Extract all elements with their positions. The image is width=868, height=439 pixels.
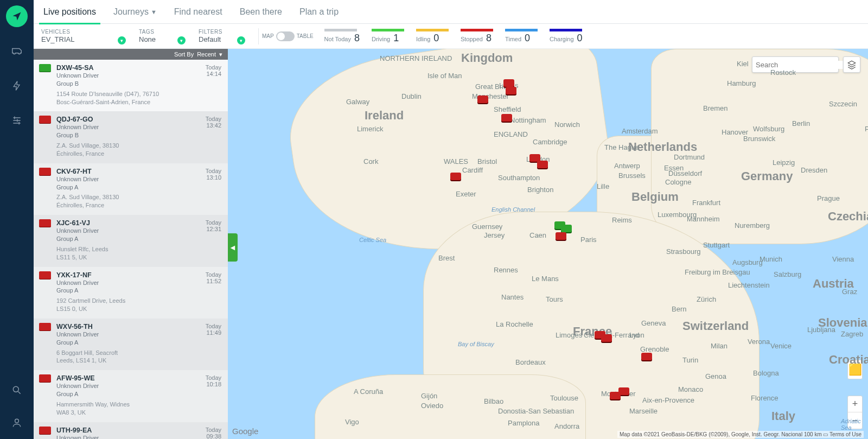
map-search[interactable] [752,56,839,73]
status-charging[interactable]: Charging 0 [550,29,583,44]
status-label: Idling [416,36,430,42]
tab-been-there[interactable]: Been there [240,0,282,24]
vehicle-reg: QDJ-67-GO [56,116,221,123]
vehicle-driver: Unknown Driver [56,175,221,183]
vehicle-group: Group A [56,235,221,243]
vehicle-marker[interactable] [506,87,516,94]
vehicle-row[interactable]: XJC-61-VJ Unknown Driver Group A Hunslet… [34,215,228,266]
vehicle-time: Today13:42 [206,116,221,129]
vehicle-row[interactable]: WXV-56-TH Unknown Driver Group A 6 Bogga… [34,319,228,370]
vehicle-marker[interactable] [601,334,612,342]
svg-point-1 [15,419,19,423]
map-label: Zagreb [841,330,863,338]
nav-search-icon[interactable] [6,379,28,401]
vehicle-driver: Unknown Driver [56,382,221,390]
vehicle-row[interactable]: YXK-17-NF Unknown Driver Group A 192 Car… [34,267,228,319]
vehicle-row[interactable]: QDJ-67-GO Unknown Driver Group B Z.A. Su… [34,111,228,163]
status-label: Charging [550,36,574,42]
vehicle-reg: YXK-17-NF [56,271,221,279]
map-label: Italy [771,409,795,423]
status-legend: Not Today 8 Driving 1 Idling 0 Stopped 8… [324,29,583,44]
tab-journeys[interactable]: Journeys▼ [113,0,157,24]
map[interactable]: 🟨 + − Google Map data ©2021 GeoBasis-DE/… [228,49,868,439]
map-label: Slovenia [818,316,867,330]
vehicle-row[interactable]: DXW-45-SA Unknown Driver Group B 1154 Ro… [34,60,228,111]
zoom-control[interactable]: + − [847,396,863,429]
vehicle-marker[interactable] [501,114,512,122]
status-color-bar [505,29,538,31]
vehicle-icon [39,168,52,209]
status-color-bar [550,29,582,31]
tab-find-nearest[interactable]: Find nearest [174,0,222,24]
vehicle-marker[interactable] [641,353,652,360]
status-color-bar [324,29,357,31]
toggle-switch[interactable] [276,31,295,41]
status-label: Timed [505,36,521,42]
vehicle-driver: Unknown Driver [56,434,221,439]
vehicle-driver: Unknown Driver [56,279,221,287]
vehicle-reg: XJC-61-VJ [56,219,221,227]
vehicle-marker[interactable] [503,79,514,87]
vehicle-driver: Unknown Driver [56,72,221,80]
vehicle-marker[interactable] [477,96,488,103]
vehicle-address: Hunslet Rlfc, LeedsLS11 5, UK [56,245,221,262]
vehicle-marker[interactable] [537,161,548,168]
filter-bar: VEHICLES EV_TRIAL ▾ TAGS None ▾ FILTERS … [34,24,868,49]
status-count: 8 [486,33,492,44]
vehicle-marker[interactable] [450,173,461,180]
filter-vehicles[interactable]: VEHICLES EV_TRIAL ▾ [41,29,139,43]
vehicle-address: Z.A. Sud Village, 38130Échirolles, Franc… [56,142,221,158]
nav-fleet-icon[interactable] [6,40,28,62]
status-color-bar [372,29,404,31]
nav-live-icon[interactable] [6,5,28,27]
vehicle-list[interactable]: DXW-45-SA Unknown Driver Group B 1154 Ro… [34,60,228,439]
vehicle-icon [39,427,52,439]
vehicle-group: Group B [56,131,221,139]
nav-power-icon[interactable] [6,75,28,97]
map-label: Austria [813,277,854,291]
vehicle-marker[interactable] [556,232,566,240]
status-timed[interactable]: Timed 0 [505,29,538,44]
status-idling[interactable]: Idling 0 [416,29,449,44]
map-table-toggle[interactable]: MAP TABLE [262,31,314,41]
vehicle-address: 6 Boggart Hill, SeacroftLeeds, LS14 1, U… [56,349,221,365]
vehicle-row[interactable]: UTH-99-EA Unknown Driver Group A 341 Rue… [34,422,228,439]
vehicle-marker[interactable] [610,392,621,399]
status-count: 8 [354,33,360,44]
pegman[interactable]: 🟨 [847,360,863,379]
filter-filters[interactable]: FILTERS Default ▾ [199,29,258,43]
status-stopped[interactable]: Stopped 8 [461,29,493,44]
vehicle-address: Hammersmith Way, WidnesWA8 3, UK [56,400,221,417]
vehicle-address: Z.A. Sud Village, 38130Échirolles, Franc… [56,193,221,209]
sort-bar[interactable]: Sort By Recent ▾ [34,49,228,60]
map-layers-button[interactable] [843,56,860,73]
nav-settings-icon[interactable] [6,110,28,131]
map-label: Munich [760,255,782,263]
collapse-handle[interactable]: ◄ [228,233,238,262]
google-logo: Google [232,427,258,436]
map-label: Augsburg [732,258,763,266]
tabs: Live positionsJourneys▼Find nearestBeen … [34,0,868,24]
vehicle-reg: AFW-95-WE [56,374,221,382]
tab-live-positions[interactable]: Live positions [43,0,96,24]
chevron-down-icon: ▾ [219,51,222,58]
zoom-in-button[interactable]: + [848,396,862,412]
vehicle-row[interactable]: CKV-67-HT Unknown Driver Group A Z.A. Su… [34,163,228,215]
vehicle-icon [39,271,52,313]
map-search-input[interactable] [756,61,847,69]
status-not-today[interactable]: Not Today 8 [324,29,360,44]
vehicle-driver: Unknown Driver [56,123,221,131]
vehicle-list-panel: Sort By Recent ▾ DXW-45-SA Unknown Drive… [34,49,228,439]
filter-tags[interactable]: TAGS None ▾ [139,29,199,43]
chevron-down-icon: ▾ [177,36,186,44]
zoom-out-button[interactable]: − [848,412,862,429]
nav-user-icon[interactable] [6,412,28,434]
vehicle-marker[interactable] [561,225,572,232]
sidebar [0,0,34,439]
vehicle-row[interactable]: AFW-95-WE Unknown Driver Group A Hammers… [34,370,228,422]
vehicle-icon [39,219,52,261]
tab-plan-a-trip[interactable]: Plan a trip [299,0,339,24]
vehicle-reg: WXV-56-TH [56,323,221,330]
status-driving[interactable]: Driving 1 [372,29,404,44]
vehicle-group: Group B [56,80,221,88]
